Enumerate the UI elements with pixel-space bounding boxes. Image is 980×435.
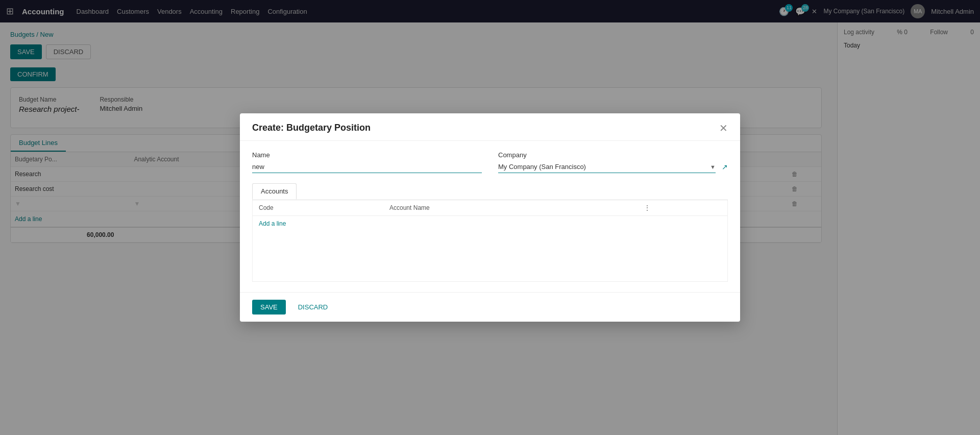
modal-body: Name Company My Company (San Francisco) … (240, 141, 740, 292)
modal-save-button[interactable]: SAVE (252, 300, 286, 315)
company-external-link-icon[interactable]: ↗ (722, 163, 728, 171)
company-field: Company My Company (San Francisco) ▼ ↗ (498, 151, 728, 173)
modal-footer: SAVE DISCARD (240, 292, 740, 322)
col-code: Code (253, 200, 383, 216)
col-options[interactable]: ⋮ (638, 200, 727, 216)
modal-overlay[interactable]: Create: Budgetary Position ✕ Name Compan… (0, 0, 980, 435)
modal-tabs: Accounts (252, 183, 728, 200)
modal-header: Create: Budgetary Position ✕ (240, 113, 740, 141)
name-label: Name (252, 151, 482, 159)
modal-accounts-table: Code Account Name ⋮ (253, 200, 727, 216)
company-label: Company (498, 151, 728, 159)
modal-title: Create: Budgetary Position (252, 123, 371, 133)
name-input[interactable] (252, 161, 482, 173)
name-field: Name (252, 151, 482, 173)
create-budgetary-position-modal: Create: Budgetary Position ✕ Name Compan… (240, 113, 740, 322)
modal-close-button[interactable]: ✕ (719, 123, 728, 133)
company-select[interactable]: My Company (San Francisco) (498, 161, 710, 173)
modal-add-line-button[interactable]: Add a line (253, 216, 727, 231)
tab-accounts[interactable]: Accounts (252, 183, 297, 200)
modal-fields-row: Name Company My Company (San Francisco) … (252, 151, 728, 173)
company-dropdown-icon: ▼ (710, 164, 716, 170)
modal-discard-button[interactable]: DISCARD (290, 300, 336, 315)
col-account-name: Account Name (383, 200, 638, 216)
modal-table-area: Code Account Name ⋮ Add a line (252, 200, 728, 282)
